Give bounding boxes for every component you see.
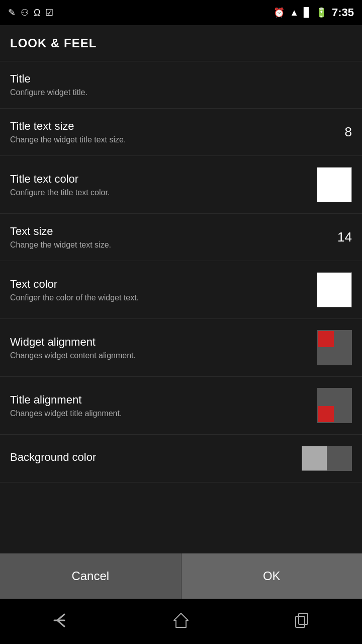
bg-toggle-background-color[interactable] [302,446,352,471]
setting-text-widget-alignment: Widget alignment Changes widget content … [10,336,307,360]
check-icon: ☑ [45,7,53,18]
setting-desc-title-alignment: Changes widget title alignment. [10,409,307,418]
setting-item-title-text-size[interactable]: Title text size Change the widget title … [0,109,362,156]
title-align-cell-bottom-left [317,406,334,423]
wifi-icon: ▲ [290,8,299,18]
alignment-grid-widget[interactable] [317,330,352,365]
setting-value-title-text-size: 8 [332,124,352,140]
color-swatch-text-color[interactable] [317,272,352,307]
color-swatch-title-text-color[interactable] [317,167,352,202]
setting-title-widget-alignment: Widget alignment [10,336,307,349]
alignment-cell-top-left [317,331,334,348]
setting-item-title-alignment[interactable]: Title alignment Changes widget title ali… [0,377,362,435]
setting-title-title-alignment: Title alignment [10,393,307,407]
setting-item-widget-alignment[interactable]: Widget alignment Changes widget content … [0,319,362,377]
recents-icon [292,610,312,630]
settings-list: Title Configure widget title. Title text… [0,61,362,553]
setting-title-title: Title [10,72,352,86]
app-bar-title: LOOK & FEEL [10,36,97,50]
setting-item-text-size[interactable]: Text size Change the widget text size. 1… [0,214,362,261]
battery-icon: 🔋 [316,7,327,18]
headphones-icon: Ω [34,8,40,18]
setting-title-text-color: Text color [10,278,307,291]
setting-item-title[interactable]: Title Configure widget title. [0,61,362,109]
setting-text-title-alignment: Title alignment Changes widget title ali… [10,393,307,418]
nav-back-button[interactable] [50,610,70,632]
setting-value-text-size: 14 [332,229,352,245]
ok-button[interactable]: OK [182,553,363,599]
setting-desc-text-color: Configer the color of the widget text. [10,293,307,302]
alignment-cell-top-right [334,331,351,348]
app-bar: LOOK & FEEL [0,25,362,61]
setting-text-title-text-size: Title text size Change the widget title … [10,120,322,144]
signal-icon: ▊ [304,7,311,18]
status-bar: ✎ ⚇ Ω ☑ ⏰ ▲ ▊ 🔋 7:35 [0,0,362,25]
setting-text-text-size: Text size Change the widget text size. [10,225,322,250]
title-align-cell-top-left [317,388,334,406]
setting-desc-title: Configure widget title. [10,88,352,97]
usb-icon: ⚇ [21,7,29,18]
status-time: 7:35 [332,6,354,19]
setting-desc-widget-alignment: Changes widget content alignment. [10,351,307,360]
setting-item-background-color[interactable]: Background color [0,435,362,482]
write-icon: ✎ [8,7,16,18]
status-icons-right: ⏰ ▲ ▊ 🔋 7:35 [274,6,354,19]
title-align-cell-top-right [334,388,351,406]
bg-toggle-left [302,446,327,470]
nav-recents-button[interactable] [292,610,312,632]
title-align-cell-bottom-right [334,406,351,423]
setting-text-title-text-color: Title text color Configure the title tex… [10,173,307,197]
nav-home-button[interactable] [171,610,191,632]
back-icon [50,610,70,630]
setting-text-text-color: Text color Configer the color of the wid… [10,278,307,302]
setting-title-text-size: Text size [10,225,322,238]
setting-text-title: Title Configure widget title. [10,72,352,97]
setting-item-text-color[interactable]: Text color Configer the color of the wid… [0,261,362,319]
setting-desc-text-size: Change the widget text size. [10,240,322,250]
alignment-cell-bottom-left [317,348,334,365]
status-icons-left: ✎ ⚇ Ω ☑ [8,7,53,18]
setting-title-background-color: Background color [10,451,292,464]
setting-desc-title-text-color: Configure the title text color. [10,188,307,197]
button-bar: Cancel OK [0,553,362,599]
setting-title-title-text-size: Title text size [10,120,322,133]
nav-bar [0,599,362,644]
setting-title-title-text-color: Title text color [10,173,307,186]
svg-rect-0 [296,616,305,627]
bg-toggle-right [327,446,351,470]
alignment-cell-bottom-right [334,348,351,365]
alignment-grid-title[interactable] [317,388,352,423]
setting-item-title-text-color[interactable]: Title text color Configure the title tex… [0,156,362,214]
setting-text-background-color: Background color [10,451,292,466]
setting-desc-title-text-size: Change the widget title text size. [10,135,322,144]
alarm-icon: ⏰ [274,7,285,18]
cancel-button[interactable]: Cancel [0,553,182,599]
home-icon [171,610,191,630]
svg-rect-1 [299,613,308,624]
